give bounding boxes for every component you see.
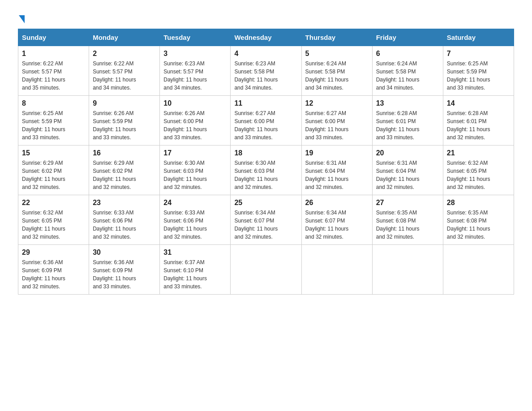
day-info: Sunrise: 6:30 AM Sunset: 6:03 PM Dayligh… <box>234 159 297 191</box>
day-info: Sunrise: 6:32 AM Sunset: 6:05 PM Dayligh… <box>22 209 85 241</box>
calendar-cell <box>231 245 301 295</box>
day-info: Sunrise: 6:33 AM Sunset: 6:06 PM Dayligh… <box>93 209 156 241</box>
day-number: 5 <box>305 50 369 58</box>
calendar-cell: 28 Sunrise: 6:35 AM Sunset: 6:08 PM Dayl… <box>443 195 514 245</box>
header-friday: Friday <box>372 29 443 46</box>
day-number: 6 <box>376 50 439 58</box>
calendar-cell: 13 Sunrise: 6:28 AM Sunset: 6:01 PM Dayl… <box>372 96 443 146</box>
day-number: 2 <box>93 50 156 58</box>
calendar-cell: 3 Sunrise: 6:23 AM Sunset: 5:57 PM Dayli… <box>160 46 231 96</box>
calendar-cell: 30 Sunrise: 6:36 AM Sunset: 6:09 PM Dayl… <box>89 245 160 295</box>
calendar-cell: 18 Sunrise: 6:30 AM Sunset: 6:03 PM Dayl… <box>231 146 301 195</box>
calendar-cell: 25 Sunrise: 6:34 AM Sunset: 6:07 PM Dayl… <box>231 195 301 245</box>
day-number: 12 <box>305 99 369 107</box>
calendar-cell: 15 Sunrise: 6:29 AM Sunset: 6:02 PM Dayl… <box>18 146 89 195</box>
calendar-cell: 2 Sunrise: 6:22 AM Sunset: 5:57 PM Dayli… <box>89 46 160 96</box>
day-number: 29 <box>22 248 85 257</box>
page-header <box>18 13 514 20</box>
calendar-cell: 17 Sunrise: 6:30 AM Sunset: 6:03 PM Dayl… <box>160 146 231 195</box>
logo-arrow-icon <box>19 15 25 23</box>
day-info: Sunrise: 6:36 AM Sunset: 6:09 PM Dayligh… <box>22 258 85 291</box>
calendar-cell: 23 Sunrise: 6:33 AM Sunset: 6:06 PM Dayl… <box>89 195 160 245</box>
day-number: 22 <box>22 199 85 207</box>
day-info: Sunrise: 6:24 AM Sunset: 5:58 PM Dayligh… <box>376 60 439 92</box>
week-row-2: 8 Sunrise: 6:25 AM Sunset: 5:59 PM Dayli… <box>18 96 514 146</box>
day-number: 11 <box>234 99 297 107</box>
calendar-cell: 8 Sunrise: 6:25 AM Sunset: 5:59 PM Dayli… <box>18 96 89 146</box>
week-row-4: 22 Sunrise: 6:32 AM Sunset: 6:05 PM Dayl… <box>18 195 514 245</box>
day-info: Sunrise: 6:28 AM Sunset: 6:01 PM Dayligh… <box>376 109 439 141</box>
calendar-cell: 29 Sunrise: 6:36 AM Sunset: 6:09 PM Dayl… <box>18 245 89 295</box>
day-info: Sunrise: 6:24 AM Sunset: 5:58 PM Dayligh… <box>305 60 369 92</box>
calendar-cell: 7 Sunrise: 6:25 AM Sunset: 5:59 PM Dayli… <box>443 46 514 96</box>
day-number: 23 <box>93 199 156 207</box>
day-number: 16 <box>93 149 156 157</box>
calendar-cell <box>443 245 514 295</box>
calendar-cell: 21 Sunrise: 6:32 AM Sunset: 6:05 PM Dayl… <box>443 146 514 195</box>
day-info: Sunrise: 6:34 AM Sunset: 6:07 PM Dayligh… <box>234 209 297 241</box>
calendar-cell: 6 Sunrise: 6:24 AM Sunset: 5:58 PM Dayli… <box>372 46 443 96</box>
weekday-header-row: SundayMondayTuesdayWednesdayThursdayFrid… <box>18 29 514 46</box>
day-info: Sunrise: 6:23 AM Sunset: 5:58 PM Dayligh… <box>234 60 297 92</box>
calendar-cell: 19 Sunrise: 6:31 AM Sunset: 6:04 PM Dayl… <box>301 146 372 195</box>
week-row-5: 29 Sunrise: 6:36 AM Sunset: 6:09 PM Dayl… <box>18 245 514 295</box>
day-number: 9 <box>93 99 156 107</box>
header-sunday: Sunday <box>18 29 89 46</box>
day-info: Sunrise: 6:31 AM Sunset: 6:04 PM Dayligh… <box>305 159 369 191</box>
day-number: 13 <box>376 99 439 107</box>
day-number: 8 <box>22 99 85 107</box>
header-wednesday: Wednesday <box>231 29 301 46</box>
day-info: Sunrise: 6:27 AM Sunset: 6:00 PM Dayligh… <box>234 109 297 141</box>
calendar-cell: 12 Sunrise: 6:27 AM Sunset: 6:00 PM Dayl… <box>301 96 372 146</box>
header-monday: Monday <box>89 29 160 46</box>
header-tuesday: Tuesday <box>160 29 231 46</box>
day-number: 27 <box>376 199 439 207</box>
day-number: 7 <box>447 50 510 58</box>
day-info: Sunrise: 6:35 AM Sunset: 6:08 PM Dayligh… <box>376 209 439 241</box>
day-number: 15 <box>22 149 85 157</box>
calendar-cell: 26 Sunrise: 6:34 AM Sunset: 6:07 PM Dayl… <box>301 195 372 245</box>
day-info: Sunrise: 6:28 AM Sunset: 6:01 PM Dayligh… <box>447 109 510 141</box>
day-info: Sunrise: 6:30 AM Sunset: 6:03 PM Dayligh… <box>163 159 227 191</box>
calendar-table: SundayMondayTuesdayWednesdayThursdayFrid… <box>18 29 514 295</box>
calendar-cell: 20 Sunrise: 6:31 AM Sunset: 6:04 PM Dayl… <box>372 146 443 195</box>
calendar-cell: 10 Sunrise: 6:26 AM Sunset: 6:00 PM Dayl… <box>160 96 231 146</box>
day-info: Sunrise: 6:35 AM Sunset: 6:08 PM Dayligh… <box>447 209 510 241</box>
day-info: Sunrise: 6:31 AM Sunset: 6:04 PM Dayligh… <box>376 159 439 191</box>
day-number: 28 <box>447 199 510 207</box>
day-number: 24 <box>163 199 227 207</box>
day-number: 10 <box>163 99 227 107</box>
day-number: 17 <box>163 149 227 157</box>
calendar-cell: 11 Sunrise: 6:27 AM Sunset: 6:00 PM Dayl… <box>231 96 301 146</box>
calendar-cell: 22 Sunrise: 6:32 AM Sunset: 6:05 PM Dayl… <box>18 195 89 245</box>
day-info: Sunrise: 6:22 AM Sunset: 5:57 PM Dayligh… <box>93 60 156 92</box>
calendar-cell: 16 Sunrise: 6:29 AM Sunset: 6:02 PM Dayl… <box>89 146 160 195</box>
week-row-1: 1 Sunrise: 6:22 AM Sunset: 5:57 PM Dayli… <box>18 46 514 96</box>
calendar-cell: 24 Sunrise: 6:33 AM Sunset: 6:06 PM Dayl… <box>160 195 231 245</box>
day-number: 19 <box>305 149 369 157</box>
header-saturday: Saturday <box>443 29 514 46</box>
calendar-cell: 9 Sunrise: 6:26 AM Sunset: 5:59 PM Dayli… <box>89 96 160 146</box>
day-info: Sunrise: 6:37 AM Sunset: 6:10 PM Dayligh… <box>163 258 227 291</box>
day-number: 26 <box>305 199 369 207</box>
day-info: Sunrise: 6:27 AM Sunset: 6:00 PM Dayligh… <box>305 109 369 141</box>
header-thursday: Thursday <box>301 29 372 46</box>
day-info: Sunrise: 6:26 AM Sunset: 5:59 PM Dayligh… <box>93 109 156 141</box>
day-number: 3 <box>163 50 227 58</box>
day-number: 18 <box>234 149 297 157</box>
calendar-cell <box>372 245 443 295</box>
day-info: Sunrise: 6:25 AM Sunset: 5:59 PM Dayligh… <box>447 60 510 92</box>
week-row-3: 15 Sunrise: 6:29 AM Sunset: 6:02 PM Dayl… <box>18 146 514 195</box>
calendar-cell: 5 Sunrise: 6:24 AM Sunset: 5:58 PM Dayli… <box>301 46 372 96</box>
day-info: Sunrise: 6:36 AM Sunset: 6:09 PM Dayligh… <box>93 258 156 291</box>
day-info: Sunrise: 6:22 AM Sunset: 5:57 PM Dayligh… <box>22 60 85 92</box>
calendar-cell: 4 Sunrise: 6:23 AM Sunset: 5:58 PM Dayli… <box>231 46 301 96</box>
day-number: 4 <box>234 50 297 58</box>
calendar-cell: 31 Sunrise: 6:37 AM Sunset: 6:10 PM Dayl… <box>160 245 231 295</box>
day-info: Sunrise: 6:25 AM Sunset: 5:59 PM Dayligh… <box>22 109 85 141</box>
day-number: 31 <box>163 248 227 257</box>
calendar-cell: 14 Sunrise: 6:28 AM Sunset: 6:01 PM Dayl… <box>443 96 514 146</box>
calendar-cell: 1 Sunrise: 6:22 AM Sunset: 5:57 PM Dayli… <box>18 46 89 96</box>
day-number: 30 <box>93 248 156 257</box>
day-info: Sunrise: 6:26 AM Sunset: 6:00 PM Dayligh… <box>163 109 227 141</box>
